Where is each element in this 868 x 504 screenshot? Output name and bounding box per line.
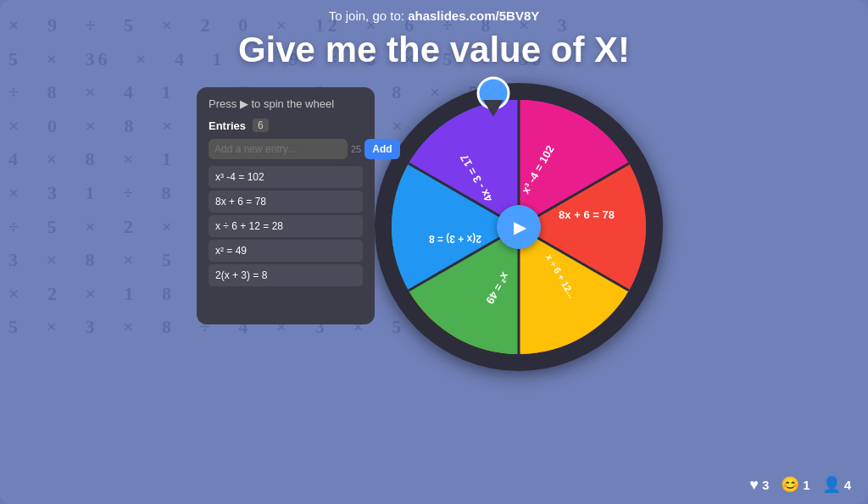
svg-text:8x + 6 = 78: 8x + 6 = 78 <box>559 208 615 221</box>
char-count: 25 <box>351 144 361 154</box>
add-entry-input[interactable] <box>209 139 348 159</box>
list-item[interactable]: x² = 49 <box>209 240 363 262</box>
svg-marker-1 <box>483 100 504 117</box>
list-item[interactable]: x ÷ 6 + 12 = 28 <box>209 215 363 237</box>
main-area: Press ▶ to spin the wheel Entries 6 25 A… <box>0 79 868 379</box>
wheel-pin <box>476 76 510 119</box>
svg-text:2(x + 3) = 8: 2(x + 3) = 8 <box>429 233 481 245</box>
entries-count: 6 <box>253 119 269 132</box>
entry-list: x³ -4 = 1028x + 6 = 78x ÷ 6 + 12 = 28x² … <box>209 166 363 286</box>
panel-header: Press ▶ to spin the wheel <box>209 97 363 110</box>
list-item[interactable]: 8x + 6 = 78 <box>209 191 363 213</box>
join-url: ahaslides.com/5BV8Y <box>408 8 539 23</box>
wheel-outer: x³ -4 = 102 8x + 6 = 78 x ÷ 6 + 12... x²… <box>375 83 663 371</box>
list-item[interactable]: x³ -4 = 102 <box>209 166 363 188</box>
spin-button[interactable] <box>497 205 541 249</box>
page-title: Give me the value of X! <box>238 30 630 70</box>
press-to-spin-text: Press ▶ to spin the wheel <box>209 97 334 110</box>
join-text: To join, go to: <box>329 8 408 23</box>
entries-label: Entries <box>209 119 246 132</box>
add-button[interactable]: Add <box>364 139 399 159</box>
entries-row: Entries 6 <box>209 119 363 132</box>
wheel-area: x³ -4 = 102 8x + 6 = 78 x ÷ 6 + 12... x²… <box>366 75 671 379</box>
add-row: 25 Add <box>209 139 363 159</box>
join-bar: To join, go to: ahaslides.com/5BV8Y <box>0 0 868 26</box>
spin-panel: Press ▶ to spin the wheel Entries 6 25 A… <box>197 87 375 324</box>
list-item[interactable]: 2(x + 3) = 8 <box>209 264 363 286</box>
